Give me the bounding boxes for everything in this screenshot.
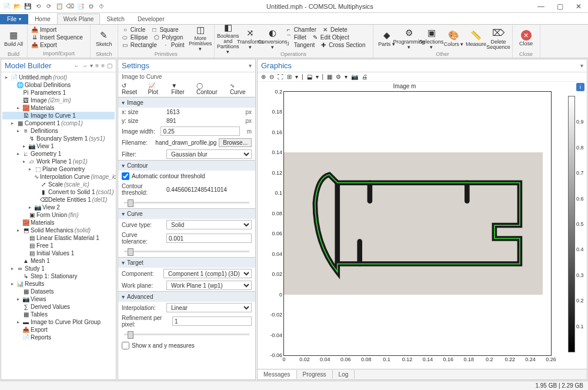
- minimize-button[interactable]: —: [534, 2, 548, 11]
- tree-node[interactable]: ▤Free 1: [2, 242, 115, 249]
- ribbon-button[interactable]: ◐Conversions ▾: [263, 26, 283, 51]
- threshold-slider[interactable]: [124, 202, 249, 204]
- ribbon-small-button[interactable]: Tangent: [294, 42, 315, 48]
- qat-button[interactable]: ⯑: [98, 2, 106, 11]
- graphics-tool[interactable]: 🖨: [362, 74, 368, 80]
- graphics-tool[interactable]: ⊖: [269, 74, 274, 80]
- ribbon-small-button[interactable]: Export: [40, 42, 57, 48]
- ribbon-small-button[interactable]: Import: [40, 26, 56, 33]
- ribbon-button[interactable]: ◧Booleans and Partitions ▾: [218, 26, 238, 51]
- ribbon-button[interactable]: ◫More Primitives ▾: [191, 26, 211, 51]
- graphics-tool[interactable]: ▾: [316, 74, 319, 80]
- graphics-tool[interactable]: ▾: [295, 74, 298, 80]
- filter-select[interactable]: Gaussian blur: [166, 149, 252, 159]
- tree-node[interactable]: ∑Derived Values: [2, 303, 115, 311]
- tree-node[interactable]: ▸▦Component 1 (comp1): [2, 119, 115, 127]
- ribbon-small-button[interactable]: Fillet: [294, 34, 306, 41]
- qat-button[interactable]: ⟳: [45, 2, 53, 11]
- graphics-tool[interactable]: ▦: [327, 74, 332, 80]
- graphics-tool[interactable]: ⛶: [278, 74, 283, 80]
- graphics-min[interactable]: ▾: [580, 62, 583, 69]
- tree-node[interactable]: 🖻Image to Curve 1: [2, 112, 115, 119]
- tree-node[interactable]: ▤Linear Elastic Material 1: [2, 234, 115, 242]
- tree-node[interactable]: ⤢Scale (scale_ic): [2, 181, 115, 188]
- tree-node[interactable]: ▸📊Results: [2, 280, 115, 288]
- ribbon-small-button[interactable]: Point: [171, 42, 185, 48]
- graphics-tool[interactable]: 📷: [351, 74, 358, 80]
- settings-tool[interactable]: 📈 Plot: [148, 82, 167, 95]
- refine-input[interactable]: [172, 316, 252, 326]
- tree-node[interactable]: ▣Form Union (fin): [2, 211, 115, 219]
- interp-select[interactable]: Linear: [166, 303, 252, 312]
- qat-button[interactable]: 📋: [55, 2, 64, 11]
- qat-button[interactable]: ⯐: [87, 2, 95, 11]
- plot-area[interactable]: Image m i -0.06-0.04-0.0200.020.040.060.…: [258, 82, 587, 369]
- show-xy-checkbox[interactable]: [122, 342, 129, 349]
- ribbon-small-button[interactable]: Ellipse: [131, 34, 148, 41]
- ribbon-small-button[interactable]: Cross Section: [329, 42, 365, 48]
- bottom-tab[interactable]: Log: [333, 370, 355, 379]
- graphics-tool[interactable]: ⚙: [336, 74, 341, 80]
- mb-tool[interactable]: →: [82, 62, 88, 69]
- ribbon-small-button[interactable]: Delete: [330, 26, 348, 33]
- tree-node[interactable]: ▸⟀Geometry 1: [2, 150, 115, 158]
- graphics-tool[interactable]: ⊞: [287, 74, 292, 80]
- ribbon-small-button[interactable]: Chamfer: [294, 26, 316, 33]
- curve-tol-slider[interactable]: [124, 251, 249, 252]
- tree-node[interactable]: PiParameters 1: [2, 89, 115, 96]
- mb-tool[interactable]: ▾: [90, 62, 93, 69]
- tree-node[interactable]: 📤Export: [2, 326, 115, 334]
- qat-button[interactable]: 📄: [2, 2, 11, 11]
- mb-tool[interactable]: ≡: [95, 62, 99, 69]
- section-advanced[interactable]: ▾ Advanced: [118, 292, 255, 302]
- info-icon[interactable]: i: [576, 83, 584, 91]
- file-menu-button[interactable]: File: [0, 14, 28, 24]
- refine-slider[interactable]: [124, 334, 249, 335]
- bottom-tab[interactable]: Messages: [258, 370, 297, 379]
- ribbon-button[interactable]: ⌦Delete Sequence: [489, 26, 509, 51]
- browse-button[interactable]: Browse...: [219, 138, 252, 147]
- tree-node[interactable]: ▸🧱Materials: [2, 104, 115, 112]
- ribbon-small-button[interactable]: Edit Object: [320, 34, 349, 41]
- tree-node[interactable]: ▸⬚Plane Geometry: [2, 165, 115, 173]
- settings-help[interactable]: ▾: [249, 62, 252, 69]
- ribbon-tab[interactable]: Work Plane: [57, 14, 101, 24]
- section-target[interactable]: ▾ Target: [118, 258, 255, 268]
- qat-button[interactable]: 💾: [24, 2, 32, 11]
- tree-node[interactable]: ▸▱Work Plane 1 (wp1): [2, 158, 115, 165]
- qat-button[interactable]: 📂: [13, 2, 21, 11]
- bottom-tab[interactable]: Progress: [297, 370, 333, 379]
- ribbon-small-button[interactable]: Square: [159, 26, 178, 33]
- ribbon-small-button[interactable]: Circle: [131, 26, 146, 33]
- settings-tool[interactable]: ▼ Filter: [171, 82, 192, 95]
- tree-node[interactable]: ▸∞Study 1: [2, 265, 115, 272]
- tree-node[interactable]: 🧱Materials: [2, 219, 115, 226]
- tree-node[interactable]: ↯Boundary System 1 (sys1): [2, 135, 115, 142]
- graphics-tool[interactable]: ▾: [345, 74, 348, 80]
- tree-node[interactable]: ▸📷View 1: [2, 142, 115, 150]
- tree-node[interactable]: ▸📷Views: [2, 295, 115, 303]
- ribbon-button[interactable]: ⤨Transforms ▾: [240, 26, 260, 51]
- ribbon-button[interactable]: ▦Build All: [4, 26, 24, 51]
- close-window-button[interactable]: ✕: [572, 2, 586, 11]
- settings-tool[interactable]: ◯ Contour: [196, 82, 225, 95]
- settings-tool[interactable]: ∿ Curve: [230, 82, 252, 95]
- tree-node[interactable]: ▦Datasets: [2, 288, 115, 295]
- qat-button[interactable]: 📑: [76, 2, 85, 11]
- ribbon-small-button[interactable]: Rectangle: [131, 42, 157, 48]
- qat-button[interactable]: ⟲: [34, 2, 42, 11]
- component-select[interactable]: Component 1 (comp1) (3D): [163, 269, 252, 278]
- tree-node[interactable]: ▤Initial Values 1: [2, 249, 115, 257]
- auto-threshold-checkbox[interactable]: [122, 172, 129, 180]
- section-contour[interactable]: ▾ Contour: [118, 161, 255, 171]
- tree-node[interactable]: ↳Step 1: Stationary: [2, 272, 115, 280]
- curve-type-select[interactable]: Solid: [166, 220, 252, 229]
- tree-node[interactable]: ▸📄Untitled.mph (root): [2, 74, 115, 81]
- tree-node[interactable]: 📄Reports: [2, 334, 115, 341]
- tree-node[interactable]: ▸≡Definitions: [2, 127, 115, 135]
- ribbon-button[interactable]: 🎨Colors ▾: [444, 26, 464, 51]
- mb-tool[interactable]: ≡: [101, 62, 105, 69]
- graphics-tool[interactable]: ⬓: [307, 74, 312, 80]
- tree-node[interactable]: ⌫Delete Entities 1 (del1): [2, 196, 115, 204]
- tree-node[interactable]: ▮Convert to Solid 1 (csol1): [2, 188, 115, 196]
